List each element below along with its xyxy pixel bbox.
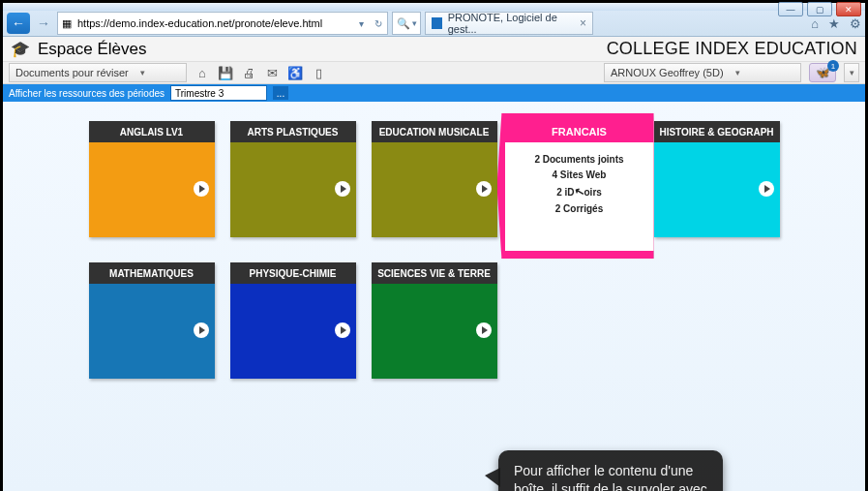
tile-title: EDUCATION MUSICALE (372, 121, 497, 142)
documents-dropdown[interactable]: Documents pour réviser (9, 63, 187, 82)
notifications-badge[interactable]: 🦋 1 (809, 63, 836, 82)
tile-title: SCIENCES VIE & TERRE (372, 262, 497, 284)
subject-grid: ANGLAIS LV1 ARTS PLASTIQUES EDUCATION MU… (13, 121, 855, 379)
filter-label: Afficher les ressources des périodes (9, 88, 165, 99)
tile-resources-list: 2 Documents joints 4 Sites Web 2 iD↖oirs… (505, 142, 654, 227)
tile-title: FRANCAIS (505, 121, 654, 142)
print-icon[interactable]: 🖨 (241, 66, 256, 80)
arrow-right-icon (476, 181, 492, 197)
window-close-button[interactable]: ✕ (836, 2, 861, 16)
user-dropdown-label: ARNOUX Geoffrey (5D) (611, 67, 724, 78)
address-bar[interactable]: ▦ ▾ ↻ (57, 12, 388, 35)
cursor-icon: ↖ (572, 182, 586, 202)
url-input[interactable] (75, 14, 352, 33)
back-button[interactable]: ← (7, 13, 30, 34)
subject-tile-musique[interactable]: EDUCATION MUSICALE (372, 121, 497, 237)
forward-button[interactable]: → (34, 13, 53, 34)
window-titlebar: — ▢ ✕ (3, 3, 865, 11)
tab-close-icon[interactable]: × (580, 16, 586, 30)
url-dropdown-icon[interactable]: ▾ (352, 18, 370, 29)
arrow-right-icon (194, 181, 209, 197)
search-icon: 🔍 (397, 17, 410, 30)
arrow-right-icon (476, 322, 492, 338)
content-area: ANGLAIS LV1 ARTS PLASTIQUES EDUCATION MU… (3, 102, 865, 491)
subject-tile-arts[interactable]: ARTS PLASTIQUES (230, 121, 356, 237)
tab-favicon-icon (432, 17, 442, 29)
browser-tab[interactable]: PRONOTE, Logiciel de gest... × (425, 12, 593, 35)
subject-tile-svt[interactable]: SCIENCES VIE & TERRE (372, 262, 497, 379)
subject-tile-histoire[interactable]: HISTOIRE & GEOGRAPH (654, 121, 780, 237)
arrow-right-icon (335, 181, 350, 197)
window-maximize-button[interactable]: ▢ (807, 2, 832, 16)
window-minimize-button[interactable]: — (778, 2, 803, 16)
save-icon[interactable]: 💾 (218, 66, 233, 80)
secondary-toolbar: Documents pour réviser ⌂ 💾 🖨 ✉ ♿ ▯ ARNOU… (3, 62, 865, 84)
mobile-icon[interactable]: ▯ (311, 66, 326, 80)
app-header: 🎓 Espace Élèves COLLEGE INDEX EDUCATION (3, 37, 865, 62)
subject-tile-math[interactable]: MATHEMATIQUES (89, 262, 215, 379)
arrow-right-icon (194, 322, 209, 338)
tab-title: PRONOTE, Logiciel de gest... (448, 12, 574, 35)
notification-count: 1 (827, 60, 839, 72)
tile-title: MATHEMATIQUES (89, 262, 215, 284)
subject-tile-physique[interactable]: PHYSIQUE-CHIMIE (230, 262, 356, 379)
arrow-right-icon (759, 181, 774, 197)
list-item: 2 Documents joints (511, 152, 648, 168)
documents-dropdown-label: Documents pour réviser (15, 67, 129, 78)
mail-icon[interactable]: ✉ (264, 66, 280, 80)
arrow-right-icon (335, 322, 350, 338)
search-box[interactable]: 🔍 ▾ (392, 12, 421, 35)
subject-tile-francais-expanded[interactable]: FRANCAIS 2 Documents joints 4 Sites Web … (513, 121, 639, 237)
list-item: 2 Corrigés (511, 201, 648, 217)
notification-dropdown[interactable]: ▾ (844, 63, 859, 82)
home-icon[interactable]: ⌂ (811, 16, 819, 31)
list-item: 4 Sites Web (511, 168, 648, 183)
subject-tile-anglais[interactable]: ANGLAIS LV1 (89, 121, 215, 237)
accessibility-icon[interactable]: ♿ (287, 66, 303, 80)
settings-gear-icon[interactable]: ⚙ (850, 16, 861, 31)
filter-bar: Afficher les ressources des périodes Tri… (3, 84, 865, 102)
favorites-icon[interactable]: ★ (828, 16, 840, 31)
tile-title: PHYSIQUE-CHIMIE (230, 262, 356, 284)
list-item: 2 iD↖oirs (511, 183, 648, 201)
help-tooltip: Pour afficher le contenu d'une boîte, il… (498, 450, 723, 491)
tile-title: HISTOIRE & GEOGRAPH (654, 121, 780, 142)
home-icon[interactable]: ⌂ (195, 66, 210, 80)
period-browse-button[interactable]: ... (273, 86, 288, 100)
period-select[interactable]: Trimestre 3 (170, 85, 267, 101)
site-favicon-icon: ▦ (58, 17, 75, 30)
school-name: COLLEGE INDEX EDUCATION (607, 39, 857, 59)
tile-title: ARTS PLASTIQUES (230, 121, 356, 142)
page-title: Espace Élèves (38, 40, 146, 59)
tile-title: ANGLAIS LV1 (89, 121, 215, 142)
user-dropdown[interactable]: ARNOUX Geoffrey (5D) (604, 63, 801, 82)
browser-navbar: ← → ▦ ▾ ↻ 🔍 ▾ PRONOTE, Logiciel de gest.… (3, 11, 865, 37)
graduation-cap-icon: 🎓 (11, 40, 30, 58)
refresh-icon[interactable]: ↻ (370, 18, 387, 29)
